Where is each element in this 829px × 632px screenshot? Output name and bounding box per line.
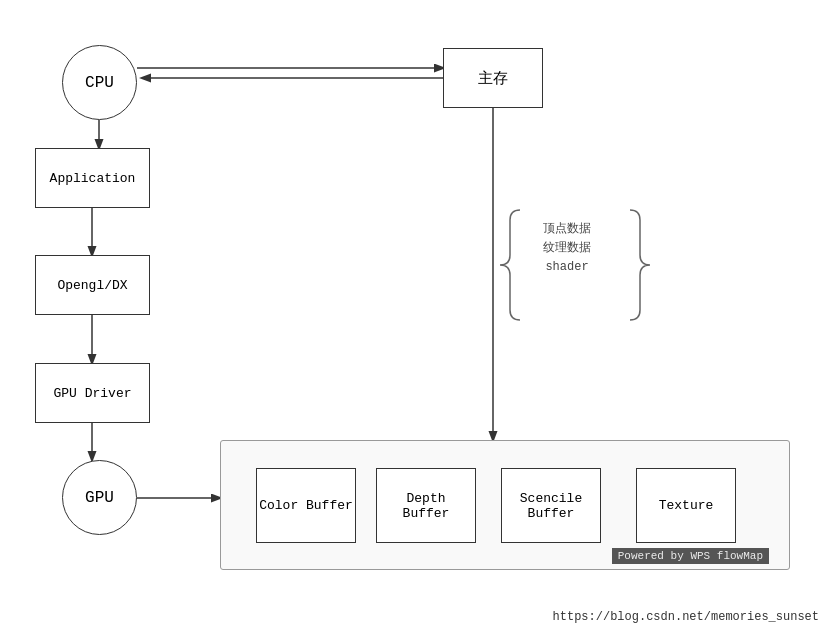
color-buffer-node: Color Buffer (256, 468, 356, 543)
gpu-data-text: 顶点数据 纹理数据 shader (543, 220, 591, 278)
scencile-buffer-node: ScencileBuffer (501, 468, 601, 543)
application-node: Application (35, 148, 150, 208)
gpu-driver-label: GPU Driver (53, 386, 131, 401)
color-buffer-label: Color Buffer (259, 498, 353, 513)
gpu-node: GPU (62, 460, 137, 535)
diagram-container: CPU 主存 Application Opengl/DX GPU Driver … (0, 0, 829, 632)
opengl-node: Opengl/DX (35, 255, 150, 315)
depth-buffer-node: DepthBuffer (376, 468, 476, 543)
cpu-node: CPU (62, 45, 137, 120)
depth-buffer-label: DepthBuffer (403, 491, 450, 521)
cpu-label: CPU (85, 74, 114, 92)
application-label: Application (50, 171, 136, 186)
main-memory-node: 主存 (443, 48, 543, 108)
url-label: https://blog.csdn.net/memories_sunset (553, 610, 819, 624)
scencile-buffer-label: ScencileBuffer (520, 491, 582, 521)
texture-node: Texture (636, 468, 736, 543)
gpu-data-line1: 顶点数据 (543, 220, 591, 239)
gpu-data-line2: 纹理数据 (543, 239, 591, 258)
opengl-label: Opengl/DX (57, 278, 127, 293)
main-memory-label: 主存 (478, 69, 508, 88)
gpu-driver-node: GPU Driver (35, 363, 150, 423)
texture-label: Texture (659, 498, 714, 513)
gpu-data-group: 顶点数据 纹理数据 shader (508, 205, 648, 320)
wps-label: Powered by WPS flowMap (612, 548, 769, 564)
gpu-label: GPU (85, 489, 114, 507)
gpu-data-line3: shader (543, 258, 591, 277)
